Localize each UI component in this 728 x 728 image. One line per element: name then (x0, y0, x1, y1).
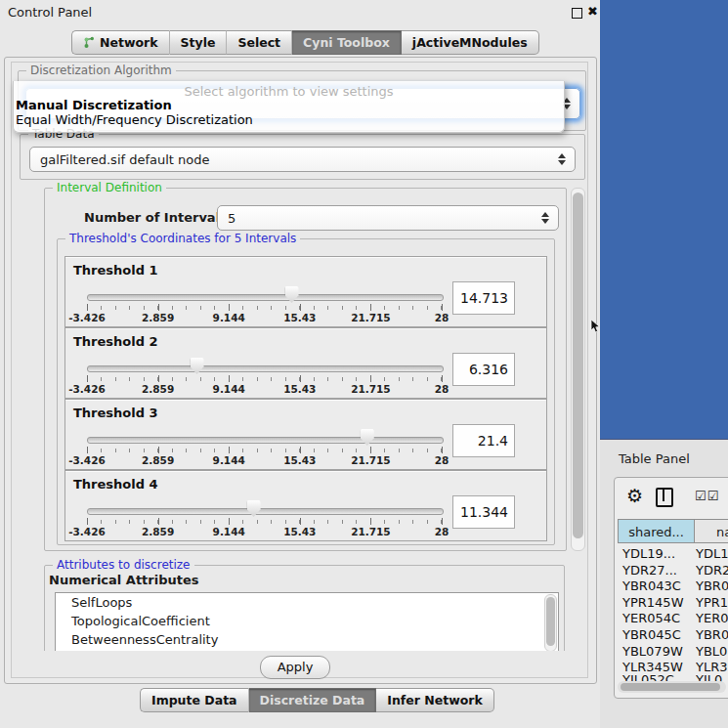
top-tab-bar: Network Style Select Cyni Toolbox jActiv… (71, 30, 539, 55)
split-columns-icon[interactable] (656, 488, 673, 507)
slider-ticks (87, 306, 442, 310)
screen: Control Panel ✖ Network Style Se (0, 0, 728, 728)
slider-track[interactable] (87, 365, 444, 372)
tick-label: -3.426 (68, 526, 106, 537)
threshold-2-value-field[interactable]: 6.316 (452, 353, 515, 386)
slider-track[interactable] (87, 437, 444, 444)
tick-label: 15.43 (283, 383, 316, 395)
table-panel-title: Table Panel (619, 451, 690, 466)
threshold-3-slider[interactable]: -3.426 2.859 9.144 15.43 21.715 28 (87, 427, 442, 466)
threshold-1-value-field[interactable]: 14.713 (452, 281, 515, 315)
threshold-2-slider[interactable]: -3.426 2.859 9.144 15.43 21.715 28 (87, 356, 442, 395)
apply-button[interactable]: Apply (260, 656, 330, 679)
threshold-label: Threshold 2 (73, 334, 158, 349)
list-item[interactable]: BetweennessCentrality (56, 630, 558, 649)
tick-label: 21.715 (351, 312, 391, 323)
tick-label: 9.144 (213, 454, 245, 466)
checkbox-select-icons[interactable]: ☑☑ (695, 489, 719, 503)
threshold-2-panel: Threshold 2 -3.426 2.859 9.144 15.43 21.… (64, 327, 547, 399)
tick-label: 2.859 (142, 383, 174, 395)
tab-label: Select (237, 35, 280, 50)
tab-network[interactable]: Network (71, 30, 170, 55)
tab-jactivemnodules[interactable]: jActiveMNodules (402, 30, 539, 55)
attributes-list[interactable]: SelfLoops TopologicalCoefficient Between… (55, 592, 559, 651)
slider-track[interactable] (87, 508, 444, 515)
tick-label: 21.715 (351, 383, 391, 395)
gear-icon[interactable]: ⚙ (626, 485, 643, 506)
group-label: Threshold's Coordinates for 5 Intervals (65, 232, 300, 245)
tick-label: 2.859 (142, 312, 174, 323)
network-icon (83, 36, 95, 49)
dropdown-prompt: Select algorithm to view settings (14, 84, 564, 99)
tick-label: 9.144 (213, 312, 245, 323)
combo-value: galFiltered.sif default node (30, 152, 553, 167)
slider-ticks (87, 377, 442, 381)
threshold-4-panel: Threshold 4 -3.426 2.859 9.144 15.43 21.… (64, 470, 547, 541)
tick-label: 28 (435, 526, 450, 537)
algorithm-dropdown-popup: Select algorithm to view settings Manual… (13, 81, 565, 133)
combo-stepper-icon (536, 212, 554, 224)
dropdown-option-manual[interactable]: Manual Discretization (16, 98, 172, 112)
interval-scrollbar[interactable] (571, 188, 585, 551)
scrollbar-thumb[interactable] (573, 193, 583, 538)
tick-label: 2.859 (142, 526, 174, 537)
tab-style[interactable]: Style (170, 30, 228, 55)
tick-label: 9.144 (213, 383, 245, 395)
group-label: Interval Definition (53, 181, 166, 194)
attributes-section: Attributes to discretize Numerical Attri… (44, 557, 565, 651)
tick-label: 9.144 (213, 526, 245, 537)
slider-track[interactable] (87, 294, 444, 301)
tick-label: 2.859 (142, 454, 174, 466)
tick-label: 28 (435, 454, 450, 466)
table-data-combobox[interactable]: galFiltered.sif default node (29, 147, 576, 172)
tab-label: Style (181, 35, 216, 50)
control-panel-titlebar: Control Panel ✖ (0, 0, 600, 25)
tick-label: -3.426 (68, 454, 106, 466)
tick-label: 15.43 (283, 526, 316, 537)
float-window-icon[interactable] (572, 8, 582, 19)
tick-label: -3.426 (68, 312, 106, 323)
table-panel-area: Table Panel ⚙ ☑☑ shared... name YDL19...… (600, 439, 728, 728)
tab-label: jActiveMNodules (412, 35, 528, 50)
group-label: Discretization Algorithm (26, 64, 176, 77)
threshold-label: Threshold 4 (73, 477, 158, 492)
tick-label: 28 (435, 383, 450, 395)
scrollbar-thumb[interactable] (621, 683, 720, 691)
threshold-label: Threshold 1 (73, 263, 158, 278)
threshold-4-value-field[interactable]: 11.344 (452, 495, 515, 529)
dropdown-option-equal-width[interactable]: Equal Width/Frequency Discretization (16, 112, 253, 127)
number-of-intervals-combobox[interactable]: 5 (217, 205, 559, 231)
tick-label: 28 (435, 312, 450, 323)
tab-label: Infer Network (387, 693, 483, 707)
mouse-cursor (590, 320, 602, 333)
control-panel-window: Control Panel ✖ Network Style Se (0, 0, 601, 728)
combo-stepper-icon (553, 153, 571, 165)
list-item[interactable]: SelfLoops (56, 593, 558, 612)
column-header-name[interactable]: name (694, 519, 728, 543)
list-item[interactable]: TopologicalCoefficient (56, 612, 558, 630)
tab-cyni-toolbox[interactable]: Cyni Toolbox (292, 30, 402, 55)
threshold-1-slider[interactable]: -3.426 2.859 9.144 15.43 21.715 28 (87, 284, 442, 323)
numerical-attributes-label: Numerical Attributes (49, 573, 199, 587)
tab-discretize-data[interactable]: Discretize Data (249, 688, 377, 712)
panel-title: Control Panel (8, 5, 92, 20)
table-horizontal-scrollbar[interactable] (618, 681, 726, 693)
tab-infer-network[interactable]: Infer Network (376, 688, 494, 712)
tab-label: Cyni Toolbox (303, 35, 390, 50)
slider-ticks (87, 520, 442, 524)
table-toolbar: ⚙ ☑☑ (615, 478, 728, 517)
scrollbar-thumb[interactable] (546, 597, 555, 646)
tab-select[interactable]: Select (227, 30, 292, 55)
tick-label: 15.43 (283, 312, 316, 323)
attributes-list-scrollbar[interactable] (544, 594, 557, 651)
close-icon[interactable]: ✖ (587, 4, 598, 19)
combo-value: 5 (218, 211, 536, 226)
number-of-intervals-label: Number of Intervals (84, 210, 228, 225)
threshold-3-value-field[interactable]: 21.4 (452, 424, 515, 457)
table-panel-window: ⚙ ☑☑ shared... name YDL19...YDL1 YDR27..… (614, 477, 728, 699)
column-header-shared-name[interactable]: shared... (618, 519, 695, 543)
threshold-1-panel: Threshold 1 -3.426 2.859 9.144 15.43 21.… (64, 256, 547, 327)
threshold-4-slider[interactable]: -3.426 2.859 9.144 15.43 21.715 28 (87, 498, 442, 537)
tab-impute-data[interactable]: Impute Data (140, 688, 249, 712)
tab-label: Impute Data (151, 693, 237, 707)
